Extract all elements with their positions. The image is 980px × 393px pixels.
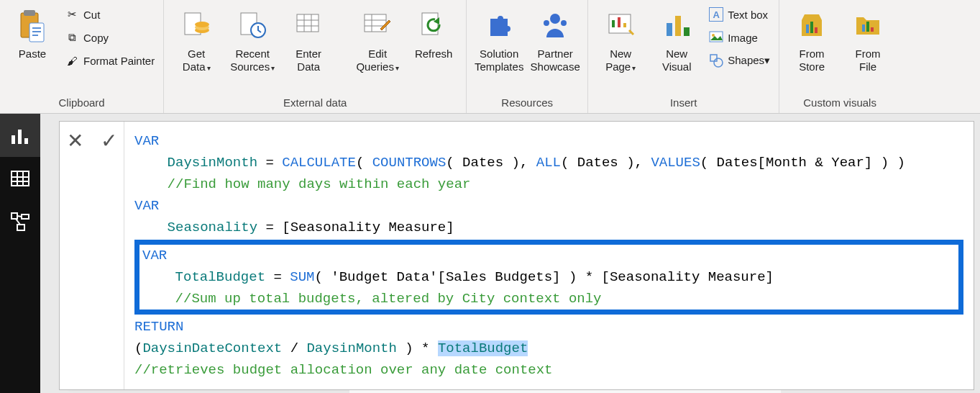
refresh-icon: [418, 7, 449, 45]
edit-queries-icon: [362, 7, 393, 45]
formula-commit-button[interactable]: ✓: [101, 129, 117, 153]
get-data-label: GetData▾: [183, 48, 211, 75]
new-page-button[interactable]: NewPage▾: [592, 1, 649, 76]
svg-point-22: [550, 14, 560, 24]
format-painter-button[interactable]: 🖌 Format Painter: [62, 52, 157, 69]
from-file-icon: [852, 7, 884, 45]
enter-data-label: EnterData: [296, 48, 321, 73]
svg-rect-41: [866, 22, 869, 32]
svg-rect-26: [612, 20, 615, 27]
relationship-icon: [10, 212, 30, 232]
svg-rect-43: [12, 135, 15, 144]
image-button[interactable]: Image: [706, 29, 773, 46]
svg-line-54: [17, 216, 22, 217]
selected-text: TotalBudget: [438, 340, 528, 356]
solution-templates-button[interactable]: SolutionTemplates: [471, 1, 527, 75]
svg-rect-1: [24, 10, 35, 16]
barchart-icon: [10, 125, 30, 145]
svg-rect-42: [871, 27, 874, 32]
from-file-label: FromFile: [856, 48, 881, 73]
enter-data-icon: [293, 7, 324, 45]
ribbon-group-label-external-data: External data: [168, 94, 462, 113]
recent-sources-button[interactable]: RecentSources▾: [224, 1, 280, 76]
ribbon-group-label-resources: Resources: [471, 94, 583, 113]
refresh-label: Refresh: [415, 48, 453, 60]
new-page-icon: [605, 7, 636, 45]
nav-report-view[interactable]: [0, 114, 40, 157]
copy-button[interactable]: ⧉ Copy: [62, 29, 157, 46]
formula-cancel-button[interactable]: ✕: [67, 129, 83, 153]
svg-rect-51: [12, 213, 17, 219]
svg-rect-52: [22, 214, 29, 219]
clipboard-paste-icon: [18, 7, 47, 45]
partner-showcase-label: PartnerShowcase: [531, 48, 580, 73]
svg-line-55: [16, 219, 20, 225]
svg-point-24: [561, 20, 567, 26]
ribbon-group-resources: SolutionTemplates PartnerShowcase Resour…: [467, 0, 588, 113]
image-icon: [709, 30, 723, 45]
svg-rect-37: [806, 24, 809, 33]
svg-rect-40: [862, 24, 865, 32]
svg-rect-46: [12, 171, 29, 186]
svg-rect-5: [32, 35, 38, 36]
formula-controls: ✕ ✓: [60, 122, 124, 389]
from-file-button[interactable]: FromFile: [840, 1, 896, 75]
svg-rect-12: [297, 14, 319, 32]
enter-data-button[interactable]: EnterData: [280, 1, 336, 75]
svg-rect-45: [24, 138, 28, 144]
nav-data-view[interactable]: [0, 157, 40, 200]
nav-model-view[interactable]: [0, 200, 40, 243]
from-store-button[interactable]: FromStore: [784, 1, 840, 75]
recent-sources-icon: [237, 7, 268, 45]
report-canvas: Allo City Nar Auc Christchurch ✕ ✓ VAR D…: [40, 114, 980, 393]
new-visual-icon: [661, 7, 692, 45]
textbox-icon: A: [709, 7, 723, 22]
person-icon: [539, 7, 571, 45]
svg-rect-44: [18, 130, 22, 144]
svg-point-23: [544, 20, 549, 26]
get-data-button[interactable]: GetData▾: [168, 1, 224, 76]
ribbon-group-label-insert: Insert: [592, 94, 774, 113]
svg-point-33: [712, 34, 715, 37]
get-data-icon: [180, 7, 212, 45]
paste-button[interactable]: Paste: [4, 1, 60, 62]
new-visual-label: NewVisual: [662, 48, 692, 73]
copy-icon: ⧉: [65, 30, 79, 45]
copy-label: Copy: [83, 32, 109, 44]
svg-rect-53: [17, 225, 24, 230]
cut-button[interactable]: ✂ Cut: [62, 6, 157, 23]
paintbrush-icon: 🖌: [65, 53, 79, 68]
svg-rect-39: [815, 27, 818, 33]
formula-bar: ✕ ✓ VAR DaysinMonth = CALCULATE( COUNTRO…: [59, 121, 974, 390]
svg-rect-34: [710, 55, 717, 61]
svg-rect-3: [32, 27, 41, 29]
new-page-label: NewPage▾: [605, 48, 636, 75]
svg-rect-31: [684, 27, 690, 36]
new-visual-button[interactable]: NewVisual: [649, 1, 705, 75]
svg-point-35: [714, 58, 723, 67]
store-icon: [796, 7, 828, 45]
format-painter-label: Format Painter: [83, 55, 155, 67]
ribbon-group-clipboard: Paste ✂ Cut ⧉ Copy 🖌 Format Painter Clip…: [0, 0, 164, 113]
formula-editor[interactable]: VAR DaysinMonth = CALCULATE( COUNTROWS( …: [124, 122, 974, 389]
from-store-label: FromStore: [799, 48, 825, 73]
refresh-button[interactable]: Refresh: [406, 1, 462, 62]
partner-showcase-button[interactable]: PartnerShowcase: [527, 1, 583, 75]
ribbon-group-custom-visuals: FromStore FromFile Custom visuals: [779, 0, 900, 113]
left-nav: [0, 114, 40, 393]
scissors-icon: ✂: [65, 7, 79, 22]
svg-rect-27: [618, 17, 620, 27]
shapes-button[interactable]: Shapes▾: [706, 52, 773, 69]
svg-rect-4: [32, 31, 41, 32]
text-box-label: Text box: [728, 9, 768, 21]
solution-templates-label: SolutionTemplates: [475, 48, 523, 73]
svg-rect-38: [810, 22, 813, 33]
text-box-button[interactable]: A Text box: [706, 6, 773, 23]
table-icon: [10, 168, 30, 189]
shapes-label: Shapes▾: [728, 54, 770, 67]
edit-queries-button[interactable]: EditQueries▾: [349, 1, 406, 76]
ribbon-group-insert: NewPage▾ NewVisual A Text box Image: [588, 0, 779, 113]
ribbon-group-external-data: GetData▾ RecentSources▾ EnterData EditQu…: [164, 0, 467, 113]
cut-label: Cut: [83, 9, 100, 21]
svg-rect-28: [623, 23, 626, 27]
